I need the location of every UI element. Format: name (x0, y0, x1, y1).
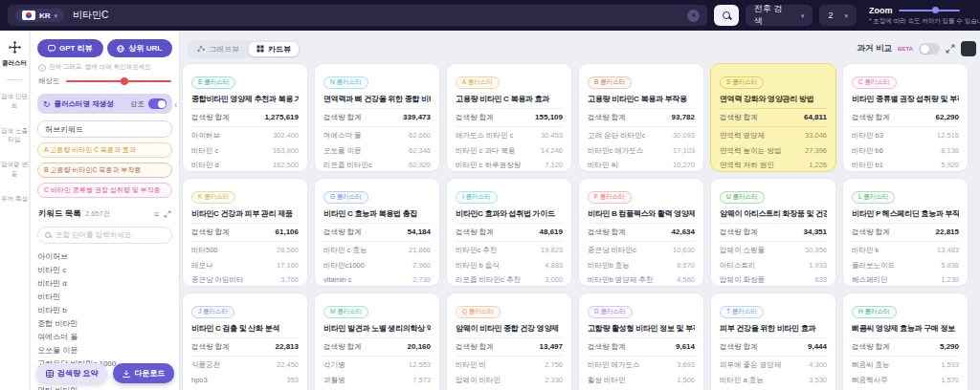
zoom-slider-thumb[interactable] (932, 7, 939, 13)
resolution-slider-thumb[interactable] (121, 77, 128, 85)
hub-keyword-input[interactable]: 허브키워드 (37, 120, 172, 138)
keyword-row: 종근당 아임비타3,766 (191, 273, 299, 287)
cluster-card[interactable]: H 클러스터 삐콤씨 영양제 효능과 구매 정보 검색량 합계 5,290 삐콤… (842, 292, 969, 390)
keyword-row: 비타민b 영양제 추천4,560 (588, 273, 695, 287)
cluster-badge: A 클러스터 (456, 76, 500, 89)
top-url-button[interactable]: 상위 URL (107, 39, 173, 57)
keyword-list-item[interactable]: 아이허브 (37, 250, 172, 264)
cluster-card[interactable]: C 클러스터 비타민 종류별 권장 섭취량 및 부작용 검색량 합계 62,29… (842, 63, 969, 172)
past-compare-toggle[interactable] (919, 43, 940, 54)
sidebar-collapse-handle[interactable]: ‹ (174, 99, 177, 110)
cluster-card[interactable]: E 클러스터 종합비타민 영양제 추천과 복용 가이드 검색량 합계 1,275… (182, 63, 308, 172)
cluster-card[interactable]: Q 클러스터 암웨이 비타민 종합 건강 영양제 검색량 합계 13,497 비… (446, 292, 572, 390)
cluster-card[interactable]: M 클러스터 비타민 발견과 노벨 생리의학상 역사 검색량 합계 20,160… (314, 292, 440, 390)
search-volume-summary-button[interactable]: 검색량 요약 (36, 363, 107, 383)
depth-dropdown[interactable]: 2 ▾ (819, 5, 857, 26)
keyword-volume: 19,823 (541, 246, 563, 255)
keyword-volume: 28,560 (277, 246, 299, 255)
cluster-name-pill[interactable]: A 고용량 비타민 C 복용과 효과 (37, 142, 172, 158)
cluster-title: 비타민 종류별 권장 섭취량 및 부작용 (852, 94, 959, 104)
keyword-list-item[interactable]: 멀티 비타민 (37, 384, 172, 390)
keyword-volume: 10,270 (673, 161, 695, 170)
resolution-slider[interactable] (66, 80, 172, 83)
keyword-rows: 식품공전22,450hpo3353아이오딘 적정법 비타민 c10메타인산 아세… (191, 358, 299, 390)
keyword-label: 아이허브 (191, 131, 220, 141)
sidebar-item-검색-인텐트[interactable]: 검색 인텐트 (1, 92, 28, 111)
total-value: 1,275,619 (264, 113, 299, 121)
keyword-list-item[interactable]: 비타민 b (37, 304, 172, 317)
cluster-card[interactable]: F 클러스터 비타민 B 컴플렉스와 활력 영양제 검색량 합계 42,634 … (578, 178, 704, 287)
total-value: 61,106 (276, 228, 299, 236)
keyword-label: 비타민b 영양제 추천 (588, 275, 653, 285)
tab-card-view[interactable]: 카드뷰 (249, 42, 299, 56)
cluster-badge: N 클러스터 (323, 76, 368, 89)
emphasis-label: 강조 (130, 99, 145, 109)
cluster-card[interactable]: A 클러스터 고용량 비타민 C 복용과 효과 검색량 합계 155,109 메… (446, 63, 572, 172)
keyword-search-input[interactable]: 포함 단어를 입력하세요. (37, 227, 172, 244)
chevron-down-icon: ▾ (844, 12, 848, 19)
cluster-name-pill[interactable]: B 고용량 비타민C 복용과 부작용 (37, 162, 172, 178)
total-value: 48,619 (540, 228, 563, 236)
search-button[interactable] (714, 5, 738, 26)
sidebar-item-유저-특성[interactable]: 유저 특성 (1, 194, 28, 204)
keyword-row: 암웨이 쇼핑몰30,956 (720, 244, 827, 259)
cluster-card[interactable]: G 클러스터 비타민 C 효능과 복용법 총집 검색량 합계 54,184 비타… (314, 178, 440, 287)
keyword-label: 리포좀 비타민c (323, 161, 372, 170)
sidebar-item-검색-노출타입[interactable]: 검색 노출타입 (1, 126, 28, 145)
keyword-row: 비타민 k13,483 (852, 244, 959, 259)
fullscreen-icon[interactable] (946, 44, 955, 54)
list-view-icon[interactable]: ≡ (154, 209, 159, 219)
cluster-card[interactable]: B 클러스터 고용량 비타민C 복용과 부작용 검색량 합계 93,782 고려… (578, 63, 704, 172)
expand-icon[interactable] (164, 210, 171, 218)
panel-menu-icon[interactable] (961, 41, 976, 56)
keyword-list-item[interactable]: 오쏘몰 이뮨 (37, 344, 172, 358)
cluster-title: 비타민 발견과 노벨 생리의학상 역사 (323, 323, 431, 334)
keyword-label: 비타민 b3 (852, 131, 883, 141)
search-bar[interactable]: KR ▾ 비타민C × (8, 5, 707, 26)
cluster-title: 피부 건강을 위한 비타민 효과 (720, 323, 827, 334)
cluster-sidebar: GPT 리뷰 상위 URL i 전체 그래프, 탭에 대해 확인해보세요. 해상… (31, 31, 180, 390)
keyword-list-item[interactable]: 여에스더 몰 (37, 331, 172, 344)
cluster-card[interactable]: U 클러스터 암웨이 아티스트리 화장품 및 건강제품 정보 검색량 합계 34… (710, 178, 836, 287)
clear-search-icon[interactable]: × (687, 10, 700, 22)
cluster-card[interactable]: L 클러스터 비타민 P 헤스페리딘 효능과 부작용 검색량 합계 22,815… (842, 178, 969, 287)
zoom-slider[interactable] (899, 10, 960, 11)
download-button[interactable]: 다운로드 (113, 363, 174, 383)
keyword-label: 면역력 저하 원인 (720, 161, 774, 170)
emphasis-toggle[interactable] (148, 98, 167, 109)
keyword-volume: 3,766 (280, 275, 299, 285)
keyword-rows: 고려 은단 비타민c30,093비타민c 메가도스17,103비타민 씨10,2… (588, 129, 695, 173)
keyword-label: 비타민 b1 (852, 161, 883, 170)
cluster-card[interactable]: K 클러스터 비타민C 건강과 피부 관리 제품 검색량 합계 61,106 비… (182, 178, 308, 287)
cluster-card[interactable]: N 클러스터 면역력과 뼈 건강을 위한 종합 비타민 영양제 검색량 합계 3… (314, 63, 440, 172)
keyword-row: 비타민c 메가도스17,103 (588, 143, 695, 159)
regenerate-cluster-names-button[interactable]: ↻ 클러스터명 재생성 강조 (37, 94, 172, 114)
cluster-card[interactable]: S 클러스터 면역력 강화와 영양관리 방법 검색량 합계 64,811 면역력… (710, 63, 836, 172)
gpt-review-button[interactable]: GPT 리뷰 (37, 39, 103, 57)
cluster-badge: C 클러스터 (852, 76, 897, 89)
tab-graph-view[interactable]: 그래프뷰 (189, 42, 247, 56)
keyword-row: 아이허브302,400 (191, 129, 299, 144)
cluster-badge: B 클러스터 (588, 76, 632, 89)
sidebar-item-검색량-변동[interactable]: 검색량 변동 (1, 160, 28, 179)
beta-badge: BETA (898, 46, 913, 52)
keyword-rows: 각기병12,553괴혈병7,573스즈키 우메타로23괴혈병 역사8 (323, 358, 431, 390)
search-input[interactable]: 비타민C (73, 9, 108, 22)
cluster-name-pill[interactable]: C 비타민 종류별 권장 섭취량 및 부작용 (37, 183, 172, 198)
keyword-list-item[interactable]: 비타민 (37, 291, 172, 304)
keyword-list-item[interactable]: 비타민 d (37, 277, 172, 291)
search-mode-dropdown[interactable]: 전후 검색 ▾ (746, 5, 813, 26)
sidebar-item-cluster[interactable]: 클러스터 (2, 40, 27, 68)
country-selector[interactable]: KR ▾ (15, 9, 64, 22)
keyword-volume: 5,836 (941, 261, 959, 271)
keyword-list-item[interactable]: 비타민 c (37, 264, 172, 277)
keyword-label: 피부에 좋은 영양제 (720, 360, 781, 370)
keyword-row: 플라보노이드5,836 (852, 258, 959, 273)
cluster-card[interactable]: T 클러스터 피부 건강을 위한 비타민 효과 검색량 합계 9,444 피부에… (710, 292, 836, 390)
keyword-list-item[interactable]: 종합 비타민 (37, 317, 172, 331)
total-value: 339,473 (403, 113, 431, 121)
cluster-card[interactable]: D 클러스터 고함량 활성형 비타민 정보 및 부작용 검색량 합계 9,614… (578, 292, 704, 390)
cluster-card[interactable]: I 클러스터 비타민C 효과와 섭취법 가이드 검색량 합계 48,619 비타… (446, 178, 572, 287)
cluster-card[interactable]: J 클러스터 비타민 C 검출 및 산화 분석 검색량 합계 22,813 식품… (182, 292, 308, 390)
keyword-volume: 30,956 (805, 246, 827, 255)
